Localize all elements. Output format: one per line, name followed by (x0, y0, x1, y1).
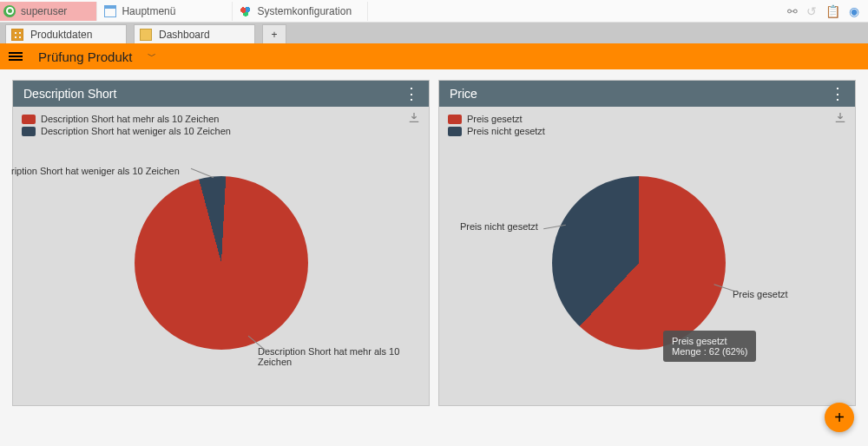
kebab-icon[interactable]: ⋮ (830, 84, 845, 103)
toolbar-right: ⚯ ↺ 📋 ◉ (787, 4, 868, 18)
download-icon[interactable] (408, 112, 420, 124)
card-price: Price ⋮ Preis gesetzt Preis nicht gesetz… (438, 80, 856, 406)
card-header: Price ⋮ (439, 81, 855, 107)
card-header: Description Short ⋮ (13, 81, 429, 107)
download-icon[interactable] (834, 112, 846, 124)
folder-icon (140, 29, 152, 41)
user-chip[interactable]: superuser (0, 2, 97, 21)
tab-dashboard[interactable]: Dashboard (134, 24, 255, 43)
tab-add-button[interactable]: + (262, 24, 286, 43)
refresh-icon[interactable]: ↺ (806, 4, 817, 18)
slice-label-minor: ription Short hat weniger als 10 Zeichen (11, 166, 180, 176)
username: superuser (21, 5, 67, 17)
workspace-tabs: Produktdaten Dashboard + (0, 23, 868, 43)
pie (135, 176, 308, 350)
slice-label-major: Description Short hat mehr als 10 Zeiche… (258, 346, 429, 367)
legend-label: Preis gesetzt (467, 114, 523, 124)
legend: Description Short hat mehr als 10 Zeiche… (13, 107, 429, 141)
tooltip-line: Preis gesetzt (672, 336, 747, 346)
tab-label: Dashboard (159, 29, 210, 41)
pie-chart: ription Short hat weniger als 10 Zeichen… (13, 141, 429, 384)
gears-icon (240, 5, 252, 17)
pie-chart: Preis nicht gesetzt Preis gesetzt Preis … (439, 141, 855, 384)
page-header: Prüfung Produkt ﹀ (0, 43, 868, 69)
top-toolbar: superuser Hauptmenü Systemkonfiguration … (0, 0, 868, 23)
status-indicator-icon (3, 5, 16, 17)
legend-swatch-red (448, 115, 462, 124)
pie (552, 176, 726, 350)
legend-swatch-dark (448, 127, 462, 136)
tooltip-line: Menge : 62 (62%) (672, 346, 747, 357)
top-tab-hauptmenu[interactable]: Hauptmenü (97, 2, 233, 21)
leader-line (191, 168, 214, 178)
slice-label-dark: Preis nicht gesetzt (460, 221, 538, 232)
top-tab-label: Hauptmenü (122, 5, 175, 17)
card-description-short: Description Short ⋮ Description Short ha… (12, 80, 430, 406)
legend: Preis gesetzt Preis nicht gesetzt (439, 107, 855, 141)
page-title: Prüfung Produkt (38, 49, 132, 64)
legend-swatch-red (22, 115, 36, 124)
slice-label-red: Preis gesetzt (733, 289, 788, 299)
top-tab-label: Systemkonfiguration (257, 5, 352, 17)
chart-tooltip: Preis gesetzt Menge : 62 (62%) (663, 331, 756, 362)
link-icon[interactable]: ⚯ (787, 4, 798, 18)
chevron-down-icon[interactable]: ﹀ (148, 50, 156, 62)
legend-swatch-dark (22, 127, 36, 136)
legend-label: Preis nicht gesetzt (467, 126, 545, 136)
tab-label: Produktdaten (30, 29, 92, 41)
dashboard: Description Short ⋮ Description Short ha… (0, 69, 868, 416)
legend-label: Description Short hat mehr als 10 Zeiche… (41, 114, 219, 124)
menu-icon[interactable] (9, 50, 23, 62)
window-icon (104, 5, 116, 17)
legend-label: Description Short hat weniger als 10 Zei… (41, 126, 231, 136)
clipboard-icon[interactable]: 📋 (825, 4, 840, 18)
help-icon[interactable]: ◉ (849, 4, 859, 18)
fab-add-button[interactable]: + (825, 403, 854, 432)
card-title: Price (450, 87, 477, 101)
top-tab-systemkonfiguration[interactable]: Systemkonfiguration (233, 2, 368, 21)
grid-icon (11, 29, 23, 41)
card-title: Description Short (23, 87, 116, 101)
tab-produktdaten[interactable]: Produktdaten (5, 24, 127, 43)
kebab-icon[interactable]: ⋮ (404, 84, 418, 103)
